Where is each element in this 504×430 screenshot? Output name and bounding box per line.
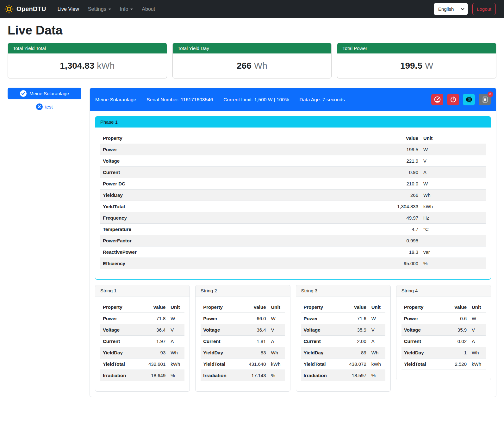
unit-cell: W — [469, 313, 486, 324]
card-body: 199.5W — [337, 53, 496, 78]
string-table: Property Value Unit Power66.0WVoltage36.… — [201, 302, 285, 381]
unit-cell: % — [421, 258, 486, 269]
property-cell: Power — [100, 144, 383, 155]
value-cell: 221.9 — [383, 155, 421, 167]
value-cell: 49.97 — [383, 212, 421, 224]
power-button[interactable] — [447, 94, 459, 105]
unit-cell: A — [168, 336, 184, 347]
unit-cell: kWh — [369, 358, 385, 370]
property-cell: Power — [401, 313, 443, 324]
caret-down-icon — [109, 9, 111, 10]
card-body: 1,304.83kWh — [8, 53, 167, 78]
inverter-serial: Serial Number: 116171603546 — [146, 97, 213, 103]
logout-button[interactable]: Logout — [472, 3, 496, 15]
column-header-property: Property — [201, 302, 242, 313]
phase-card: Phase 1 Property Value Unit Power199.5WV… — [95, 116, 491, 280]
value-cell: 83 — [242, 347, 269, 358]
column-header-value: Value — [383, 133, 421, 144]
table-header-row: Property Value Unit — [401, 302, 486, 313]
value-cell: 1,304.833 — [383, 201, 421, 212]
column-header-unit: Unit — [421, 133, 486, 144]
inverter-panel: Meine Solaranlage Serial Number: 1161716… — [90, 88, 496, 397]
property-cell: YieldTotal — [401, 358, 443, 370]
property-cell: Power DC — [100, 178, 383, 190]
cpu-icon — [465, 96, 473, 103]
value-cell: 19.3 — [383, 246, 421, 258]
value-cell: 93 — [141, 347, 168, 358]
unit-cell: kWh — [168, 358, 184, 370]
nav-item-info[interactable]: Info — [115, 4, 138, 15]
navbar-right: English Logout — [434, 3, 496, 15]
value-cell: 2.00 — [342, 336, 369, 347]
table-row: Efficiency95.000% — [100, 258, 486, 269]
table-row: Voltage35.9V — [301, 324, 385, 336]
language-select[interactable]: English — [434, 3, 468, 15]
property-cell: Voltage — [100, 155, 383, 167]
column-header-value: Value — [242, 302, 269, 313]
table-row: YieldTotal432.601kWh — [100, 358, 184, 370]
string-card: String 2 Property Value Unit Power66.0WV… — [195, 285, 290, 392]
speedometer-icon — [434, 96, 441, 103]
property-cell: Voltage — [301, 324, 342, 336]
column-header-value: Value — [141, 302, 168, 313]
phase-card-title: Phase 1 — [95, 116, 491, 128]
summary-cards-row: Total Yield Total 1,304.83kWh Total Yiel… — [8, 43, 496, 78]
value-cell: 4.7 — [383, 224, 421, 235]
value-cell: 71.8 — [141, 313, 168, 324]
device-info-button[interactable] — [463, 94, 475, 105]
nav-item-about[interactable]: About — [137, 4, 159, 15]
table-row: Current2.00A — [301, 336, 385, 347]
nav-links: Live View Settings Info About — [53, 4, 160, 15]
property-cell: Power — [100, 313, 141, 324]
inverter-toolbar: 2 — [431, 94, 491, 105]
unit-cell: A — [269, 336, 285, 347]
property-cell: Temperature — [100, 224, 383, 235]
value-cell: 89 — [342, 347, 369, 358]
inverter-sidebar: Meine Solaranlage test — [8, 88, 81, 110]
value-cell: 1.81 — [242, 336, 269, 347]
card-value: 1,304.83 — [60, 61, 94, 71]
inverter-name: Meine Solaranlage — [95, 97, 136, 103]
card-unit: kWh — [97, 61, 115, 71]
inverter-data-age: Data Age: 7 seconds — [300, 97, 345, 103]
property-cell: YieldDay — [100, 190, 383, 201]
table-row: Power66.0W — [201, 313, 285, 324]
string-card-title: String 3 — [296, 285, 390, 296]
column-header-unit: Unit — [168, 302, 184, 313]
property-cell: YieldDay — [301, 347, 342, 358]
unit-cell: V — [369, 324, 385, 336]
column-header-property: Property — [100, 302, 141, 313]
string-card-body: Property Value Unit Power71.8WVoltage36.… — [95, 296, 190, 391]
nav-item-settings[interactable]: Settings — [84, 4, 115, 15]
limit-settings-button[interactable] — [431, 94, 443, 105]
table-row: ReactivePower19.3var — [100, 246, 486, 258]
column-header-property: Property — [100, 133, 383, 144]
total-power-card: Total Power 199.5W — [337, 43, 496, 78]
phase-card-body: Property Value Unit Power199.5WVoltage22… — [95, 128, 491, 279]
unit-cell: kWh — [421, 201, 486, 212]
event-log-button[interactable]: 2 — [479, 94, 491, 105]
property-cell: Power — [301, 313, 342, 324]
card-value: 199.5 — [400, 61, 422, 71]
property-cell: YieldTotal — [201, 358, 242, 370]
property-cell: Voltage — [401, 324, 443, 336]
total-yield-total-card: Total Yield Total 1,304.83kWh — [8, 43, 167, 78]
table-row: Current0.90A — [100, 167, 486, 178]
unit-cell: A — [369, 336, 385, 347]
sidebar-item-selected-inverter[interactable]: Meine Solaranlage — [8, 88, 81, 99]
sidebar-item-test-inverter[interactable]: test — [8, 103, 81, 110]
power-icon — [450, 96, 457, 103]
unit-cell: °C — [421, 224, 486, 235]
brand[interactable]: OpenDTU — [4, 4, 46, 14]
value-cell: 432.601 — [141, 358, 168, 370]
unit-cell: W — [421, 178, 486, 190]
table-row: YieldTotal2.520kWh — [401, 358, 486, 370]
value-cell: 35.9 — [443, 324, 469, 336]
table-row: Power0.6W — [401, 313, 486, 324]
nav-item-live-view[interactable]: Live View — [53, 4, 84, 15]
column-header-value: Value — [443, 302, 469, 313]
table-row: YieldTotal438.072kWh — [301, 358, 385, 370]
property-cell: Irradiation — [301, 370, 342, 381]
property-cell: Current — [401, 336, 443, 347]
table-row: YieldTotal1,304.833kWh — [100, 201, 486, 212]
